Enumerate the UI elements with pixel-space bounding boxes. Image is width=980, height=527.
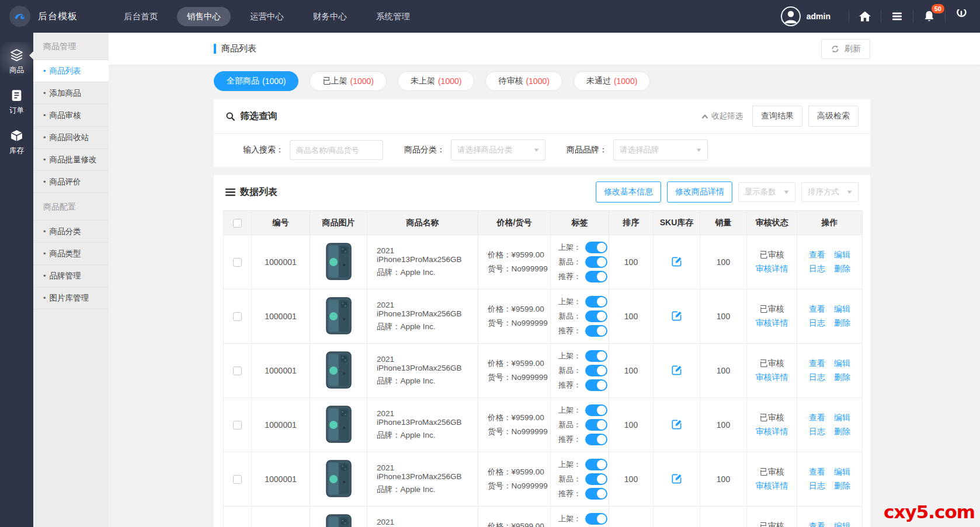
submenu-item[interactable]: 商品审核 (33, 104, 109, 127)
row-checkbox[interactable] (233, 475, 242, 484)
rail-item-orders[interactable]: 订单 (0, 82, 33, 123)
top-menu-item[interactable]: 销售中心 (177, 7, 231, 26)
brand-select[interactable]: 请选择品牌 ▼ (613, 139, 708, 160)
audit-detail-link[interactable]: 审核详情 (747, 427, 797, 437)
toggle-new[interactable] (585, 365, 607, 376)
audit-detail-link[interactable]: 审核详情 (747, 481, 797, 491)
submenu-item[interactable]: 商品列表 (33, 60, 109, 82)
status-tab[interactable]: 未上架 (1000) (398, 71, 474, 91)
delete-link[interactable]: 删除 (834, 264, 850, 274)
view-link[interactable]: 查看 (809, 521, 825, 527)
sku-edit-button[interactable] (670, 364, 683, 378)
toggle-recommend[interactable] (585, 379, 607, 391)
notifications[interactable]: 50 (922, 9, 936, 23)
sku-edit-button[interactable] (670, 418, 683, 432)
view-link[interactable]: 查看 (809, 467, 825, 477)
toggle-on-sale[interactable] (585, 513, 607, 525)
status-tab[interactable]: 待审核 (1000) (485, 71, 562, 91)
row-checkbox[interactable] (233, 312, 242, 321)
toggle-new[interactable] (585, 256, 607, 268)
toggle-on-sale[interactable] (585, 459, 607, 470)
product-image[interactable] (326, 297, 352, 334)
toggle-recommend[interactable] (585, 325, 607, 337)
refresh-button[interactable]: 刷新 (821, 39, 870, 59)
toggle-recommend[interactable] (585, 488, 607, 500)
status-tab[interactable]: 未通过 (1000) (574, 71, 650, 91)
sku-edit-button[interactable] (670, 472, 683, 486)
audit-detail-link[interactable]: 审核详情 (747, 264, 797, 274)
audit-detail-link[interactable]: 审核详情 (747, 318, 797, 329)
collapse-filter[interactable]: 收起筛选 (701, 111, 743, 121)
submenu-item[interactable]: 图片库管理 (33, 287, 109, 309)
row-checkbox[interactable] (233, 421, 242, 430)
submenu-item[interactable]: 添加商品 (33, 82, 109, 104)
edit-link[interactable]: 编辑 (834, 250, 850, 260)
toggle-on-sale[interactable] (585, 350, 607, 362)
log-link[interactable]: 日志 (809, 264, 825, 274)
delete-link[interactable]: 删除 (834, 427, 850, 437)
submenu-item[interactable]: 商品回收站 (33, 127, 109, 149)
edit-link[interactable]: 编辑 (834, 467, 850, 477)
rail-item-goods[interactable]: 商品 (0, 42, 33, 82)
query-result-button[interactable]: 查询结果 (752, 106, 802, 127)
edit-link[interactable]: 编辑 (834, 358, 850, 369)
status-tab[interactable]: 已上架 (1000) (310, 71, 386, 91)
toggle-recommend[interactable] (585, 271, 607, 282)
toggle-recommend[interactable] (585, 434, 607, 445)
edit-basic-info-button[interactable]: 修改基本信息 (596, 182, 661, 203)
category-select[interactable]: 请选择商品分类 ▼ (451, 139, 545, 160)
submenu-item[interactable]: 商品配置 (33, 193, 109, 221)
view-link[interactable]: 查看 (809, 358, 825, 369)
username[interactable]: admin (807, 12, 830, 21)
log-link[interactable]: 日志 (809, 427, 825, 437)
log-link[interactable]: 日志 (809, 481, 825, 491)
top-menu-item[interactable]: 财务中心 (303, 7, 357, 26)
avatar[interactable] (781, 6, 801, 26)
row-checkbox[interactable] (233, 258, 242, 267)
view-link[interactable]: 查看 (809, 250, 825, 260)
product-image[interactable] (326, 514, 352, 527)
delete-link[interactable]: 删除 (834, 481, 850, 491)
toggle-new[interactable] (585, 310, 607, 322)
view-link[interactable]: 查看 (809, 413, 825, 423)
top-menu-item[interactable]: 系统管理 (366, 7, 420, 26)
home-icon[interactable] (858, 9, 872, 23)
toggle-on-sale[interactable] (585, 242, 607, 253)
toggle-on-sale[interactable] (585, 296, 607, 308)
edit-link[interactable]: 编辑 (834, 304, 850, 315)
power-icon[interactable] (954, 9, 968, 23)
submenu-item[interactable]: 品牌管理 (33, 265, 109, 287)
submenu-item[interactable]: 商品评价 (33, 171, 109, 193)
status-tab[interactable]: 全部商品 (1000) (214, 71, 298, 91)
log-link[interactable]: 日志 (809, 318, 825, 329)
select-all-checkbox[interactable] (233, 219, 242, 228)
log-link[interactable]: 日志 (809, 372, 825, 383)
rail-item-inventory[interactable]: 库存 (0, 123, 33, 163)
audit-detail-link[interactable]: 审核详情 (747, 372, 797, 383)
delete-link[interactable]: 删除 (834, 318, 850, 329)
delete-link[interactable]: 删除 (834, 372, 850, 383)
sort-mode-select[interactable]: 排序方式 ▼ (801, 182, 859, 202)
hamburger-menu-icon[interactable] (890, 9, 904, 23)
toggle-new[interactable] (585, 419, 607, 431)
submenu-item[interactable]: 商品管理 (33, 33, 109, 60)
submenu-item[interactable]: 商品类型 (33, 243, 109, 265)
row-checkbox[interactable] (233, 367, 242, 375)
edit-link[interactable]: 编辑 (834, 413, 850, 423)
toggle-new[interactable] (585, 473, 607, 485)
submenu-item[interactable]: 商品分类 (33, 221, 109, 243)
edit-link[interactable]: 编辑 (834, 521, 850, 527)
product-image[interactable] (326, 351, 352, 389)
product-image[interactable] (326, 460, 352, 497)
product-image[interactable] (326, 243, 352, 280)
view-link[interactable]: 查看 (809, 304, 825, 315)
edit-product-detail-button[interactable]: 修改商品详情 (667, 182, 732, 203)
advanced-search-button[interactable]: 高级检索 (808, 106, 859, 127)
search-input[interactable] (290, 140, 383, 160)
top-menu-item[interactable]: 后台首页 (114, 7, 168, 26)
submenu-item[interactable]: 商品批量修改 (33, 149, 109, 171)
sku-edit-button[interactable] (670, 255, 683, 269)
product-image[interactable] (326, 406, 352, 443)
sku-edit-button[interactable] (670, 309, 683, 323)
top-menu-item[interactable]: 运营中心 (240, 7, 294, 26)
